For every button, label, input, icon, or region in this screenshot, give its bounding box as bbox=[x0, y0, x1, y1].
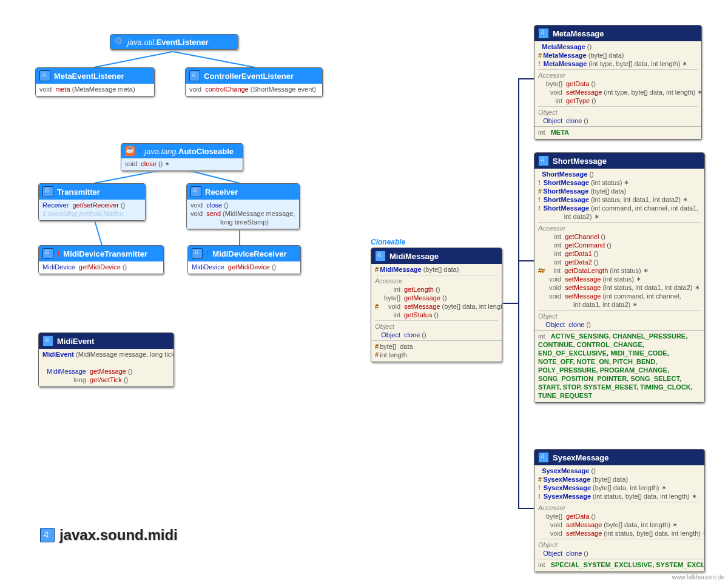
package-title: javax.sound.midi bbox=[40, 527, 178, 544]
uml-interface-receiver: Receiver voidclose () voidsend (MidiMess… bbox=[186, 183, 300, 229]
uml-interface-controller-event-listener: ControllerEventListener voidcontrolChang… bbox=[185, 67, 323, 96]
note-icon bbox=[192, 248, 203, 259]
uml-interface-meta-event-listener: MetaEventListener voidmeta (MetaMessage … bbox=[35, 67, 155, 96]
uml-interface-transmitter: Transmitter Receiverget/setReceiver () 1… bbox=[38, 183, 146, 221]
uml-class-midi-event: MidiEvent MidiEvent (MidiMessage message… bbox=[38, 332, 174, 387]
uml-interface-midi-device-transmitter: ! MidiDeviceTransmitter MidiDevicegetMid… bbox=[38, 245, 164, 274]
gear-icon bbox=[114, 37, 124, 47]
uml-class-meta-message: MetaMessage MetaMessage () #MetaMessage … bbox=[534, 25, 702, 140]
cloneable-supertype-label: Cloneable bbox=[371, 238, 405, 246]
note-icon bbox=[42, 335, 53, 346]
uml-interface-midi-device-receiver: ! MidiDeviceReceiver MidiDevicegetMidiDe… bbox=[187, 245, 301, 274]
uml-class-sysex-message: SysexMessage SysexMessage () #SysexMessa… bbox=[534, 449, 705, 572]
note-icon bbox=[375, 251, 386, 261]
note-icon bbox=[42, 186, 53, 197]
uml-interface-auto-closeable: ! java.lang.AutoCloseable voidclose () ✶ bbox=[121, 143, 243, 171]
note-icon bbox=[538, 452, 549, 463]
note-icon bbox=[538, 28, 549, 39]
cup-icon bbox=[125, 146, 135, 156]
note-icon bbox=[39, 70, 50, 81]
note-icon bbox=[42, 248, 53, 259]
uml-class-midi-message: MidiMessage #MidiMessage (byte[] data) A… bbox=[371, 248, 502, 362]
note-icon bbox=[189, 70, 200, 81]
uml-class-short-message: ShortMessage ShortMessage () ! ShortMess… bbox=[534, 152, 705, 403]
watermark: www.falkhausen.de bbox=[672, 574, 724, 581]
note-icon bbox=[190, 186, 201, 197]
note-icon bbox=[538, 155, 549, 166]
uml-interface-event-listener: java.util.EventListener bbox=[110, 34, 238, 50]
note-icon bbox=[40, 528, 55, 542]
